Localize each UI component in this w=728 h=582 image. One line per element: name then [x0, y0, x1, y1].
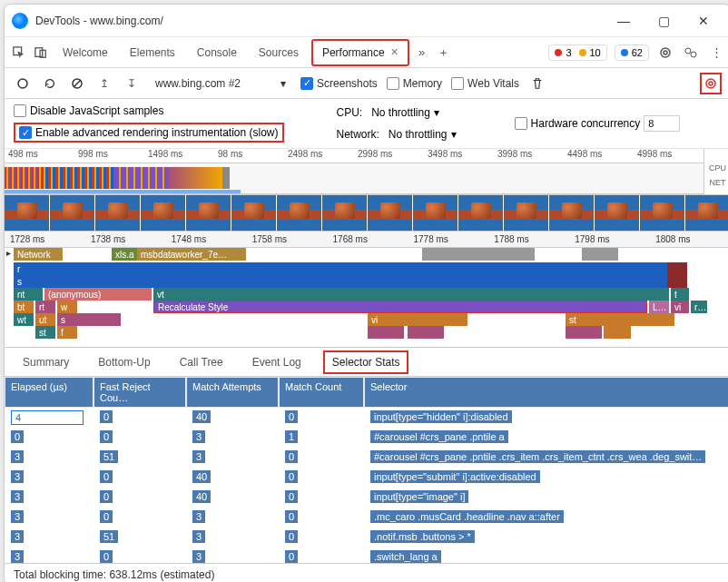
screenshot-thumb[interactable]: [141, 195, 186, 231]
flame-bar[interactable]: vi: [368, 313, 467, 326]
flame-bar[interactable]: xls.a: [112, 248, 137, 261]
flame-bar[interactable]: bt: [14, 301, 34, 313]
disable-js-checkbox[interactable]: Disable JavaScript samples: [14, 104, 284, 117]
flame-bar[interactable]: (anonymous): [44, 288, 152, 301]
flame-bar[interactable]: vi: [671, 301, 689, 313]
reload-record-button[interactable]: [41, 74, 59, 93]
screenshot-thumb[interactable]: [458, 195, 504, 231]
screenshot-thumb[interactable]: [5, 195, 50, 231]
flame-bar[interactable]: msbdataworker_7e…: [137, 248, 246, 261]
table-row[interactable]: 30400input[type="submit" i]:active:disab…: [5, 468, 728, 488]
screenshot-thumb[interactable]: [549, 195, 595, 231]
overview-ruler[interactable]: 498 ms 998 ms 1498 ms 98 ms 2498 ms 2998…: [5, 149, 703, 163]
flame-bar[interactable]: [667, 275, 687, 288]
flame-bar[interactable]: L…: [649, 301, 669, 313]
download-icon[interactable]: ↧: [123, 74, 141, 93]
tab-console[interactable]: Console: [188, 41, 246, 64]
flame-bar[interactable]: [368, 326, 404, 339]
screenshot-thumb[interactable]: [504, 195, 549, 231]
col-fast-reject[interactable]: Fast Reject Cou…: [94, 378, 185, 407]
flame-bar[interactable]: r: [14, 262, 667, 275]
upload-icon[interactable]: ↥: [95, 74, 113, 93]
flame-bar[interactable]: rt: [35, 301, 55, 313]
table-row[interactable]: 3030.switch_lang a: [5, 547, 728, 563]
tab-performance[interactable]: Performance ✕: [311, 39, 409, 66]
flame-bar[interactable]: s: [14, 275, 667, 288]
window-minimize-button[interactable]: —: [604, 7, 644, 35]
tab-welcome[interactable]: Welcome: [54, 41, 117, 64]
table-row[interactable]: 0031#carousel #crs_pane .pntile a: [5, 428, 728, 448]
table-row[interactable]: 40400input[type="hidden" i]:disabled: [5, 408, 728, 428]
hw-concurrency-input[interactable]: 8: [644, 115, 680, 132]
screenshot-thumb[interactable]: [277, 195, 322, 231]
table-row[interactable]: 30400input[type="image" i]: [5, 488, 728, 508]
info-badge[interactable]: 62: [615, 44, 649, 61]
flame-bar[interactable]: r…: [691, 301, 707, 313]
network-throttling-select[interactable]: No throttling ▾: [383, 126, 462, 143]
flame-bar[interactable]: nt: [14, 288, 43, 301]
col-elapsed[interactable]: Elapsed (µs): [5, 378, 93, 407]
screenshot-thumb[interactable]: [186, 195, 231, 231]
flame-bar[interactable]: [667, 262, 687, 275]
col-match-count[interactable]: Match Count: [280, 378, 363, 407]
flame-bar[interactable]: ut: [35, 313, 55, 326]
col-selector[interactable]: Selector: [365, 378, 728, 407]
device-icon[interactable]: [32, 44, 50, 62]
screenshot-thumb[interactable]: [640, 195, 685, 231]
flame-bar[interactable]: wt: [14, 313, 34, 326]
web-vitals-checkbox[interactable]: Web Vitals: [451, 77, 519, 90]
table-row[interactable]: 35130#carousel #crs_pane .pntile .crs_it…: [5, 448, 728, 468]
delete-icon[interactable]: [528, 74, 546, 93]
new-tab-icon[interactable]: ＋: [435, 44, 453, 62]
tab-sources[interactable]: Sources: [250, 41, 308, 64]
screenshot-thumb[interactable]: [50, 195, 95, 231]
flamechart-ruler[interactable]: 1728 ms 1738 ms 1748 ms 1758 ms 1768 ms …: [5, 232, 728, 248]
flame-bar[interactable]: [422, 248, 535, 261]
flame-bar[interactable]: [582, 248, 618, 261]
recording-select[interactable]: www.bing.com #2 ▾: [150, 75, 291, 92]
record-button[interactable]: [14, 74, 32, 93]
tab-selector-stats[interactable]: Selector Stats: [323, 350, 409, 374]
capture-settings-button[interactable]: [700, 73, 722, 94]
screenshot-thumb[interactable]: [322, 195, 368, 231]
more-tabs-icon[interactable]: »: [413, 44, 431, 62]
cpu-throttling-select[interactable]: No throttling ▾: [366, 104, 445, 121]
flame-bar[interactable]: w: [57, 301, 77, 313]
flame-bar[interactable]: st: [566, 313, 674, 326]
inspect-icon[interactable]: [10, 44, 28, 62]
window-maximize-button[interactable]: ▢: [644, 7, 684, 35]
screenshot-filmstrip[interactable]: [5, 195, 728, 232]
flame-bar[interactable]: f: [57, 326, 77, 339]
table-row[interactable]: 35130.notif.msb .buttons > *: [5, 528, 728, 547]
tab-event-log[interactable]: Event Log: [245, 352, 309, 372]
tab-elements[interactable]: Elements: [121, 41, 184, 64]
tab-call-tree[interactable]: Call Tree: [172, 352, 231, 372]
tab-bottom-up[interactable]: Bottom-Up: [91, 352, 157, 372]
screenshot-thumb[interactable]: [231, 195, 277, 231]
flame-bar[interactable]: [408, 326, 444, 339]
screenshot-thumb[interactable]: [685, 195, 728, 231]
flamechart[interactable]: ▸ Network xls.a msbdataworker_7e… r s nt…: [5, 248, 728, 348]
window-close-button[interactable]: ✕: [684, 7, 723, 35]
close-tab-icon[interactable]: ✕: [390, 46, 398, 58]
screenshots-checkbox[interactable]: ✓ Screenshots: [300, 77, 378, 90]
tab-summary[interactable]: Summary: [15, 352, 76, 372]
errors-badge[interactable]: 3 10: [548, 44, 606, 61]
screenshot-thumb[interactable]: [595, 195, 640, 231]
more-menu-icon[interactable]: ⋮: [707, 44, 725, 62]
experiments-icon[interactable]: [682, 44, 700, 62]
flame-bar[interactable]: s: [57, 313, 121, 326]
settings-gear-icon[interactable]: [656, 44, 674, 62]
flame-bar[interactable]: st: [35, 326, 55, 339]
flame-bar[interactable]: [604, 326, 631, 339]
flame-recalc-style[interactable]: Recalculate Style: [153, 301, 647, 313]
memory-checkbox[interactable]: Memory: [387, 77, 442, 90]
screenshot-thumb[interactable]: [95, 195, 141, 231]
clear-button[interactable]: [68, 74, 86, 93]
advanced-rendering-checkbox[interactable]: ✓ Enable advanced rendering instrumentat…: [14, 123, 284, 143]
overview-minimap[interactable]: [5, 163, 703, 194]
screenshot-thumb[interactable]: [368, 195, 413, 231]
flame-bar[interactable]: vt: [153, 288, 669, 301]
flame-network-row[interactable]: Network: [14, 248, 63, 261]
table-row[interactable]: 3030.mc_caro .musCard .headline .nav a::…: [5, 508, 728, 528]
